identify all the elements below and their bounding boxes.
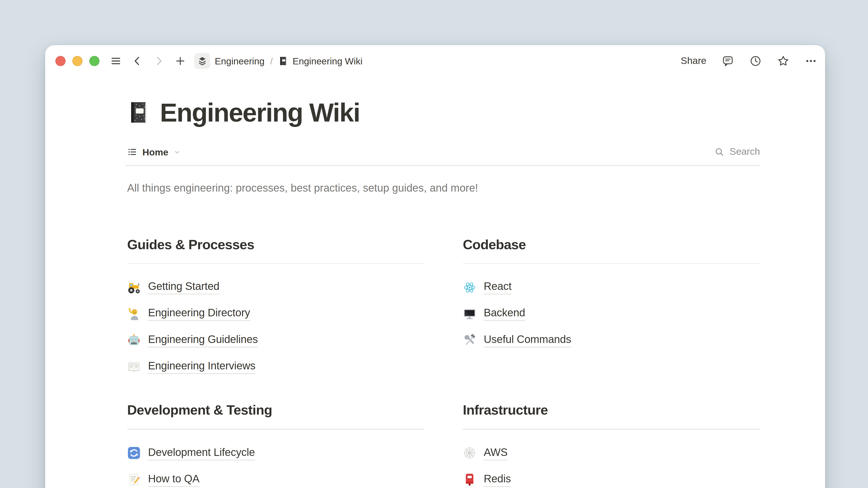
section-divider	[127, 263, 425, 264]
section-infrastructure: Infrastructure AWS Redis	[463, 400, 760, 488]
section-divider	[463, 263, 760, 264]
minimize-window-button[interactable]	[72, 56, 83, 66]
page-link-label: Useful Commands	[484, 333, 571, 348]
breadcrumb-teamspace[interactable]: Engineering	[215, 56, 265, 66]
person-raising-hand-icon	[127, 307, 141, 321]
page-title: Engineering Wiki	[160, 101, 360, 124]
breadcrumb-page: Engineering Wiki	[292, 56, 363, 66]
page-link-label: React	[484, 280, 512, 294]
list-view-icon	[127, 147, 137, 157]
page-link-engineering-directory[interactable]: Engineering Directory	[127, 300, 425, 327]
share-button[interactable]: Share	[681, 55, 706, 67]
page-link-label: Engineering Interviews	[148, 360, 255, 374]
section-divider	[127, 429, 425, 430]
section-title: Guides & Processes	[127, 235, 425, 254]
favorite-star-icon[interactable]	[777, 55, 789, 67]
desktop-computer-icon	[463, 307, 476, 321]
counterclockwise-arrows-icon	[127, 446, 141, 460]
window-controls	[55, 56, 99, 66]
breadcrumb-separator: /	[270, 56, 273, 66]
section-divider	[463, 429, 760, 430]
notebook-icon	[278, 55, 288, 67]
page-link-label: Engineering Directory	[148, 307, 250, 321]
page-description: All things engineering: processes, best …	[127, 181, 760, 195]
page-link-aws[interactable]: AWS	[463, 440, 760, 466]
page-link-redis[interactable]: Redis	[463, 466, 760, 488]
page-link-label: Engineering Guidelines	[148, 333, 258, 348]
sections-grid: Guides & Processes Getting Started Engin…	[127, 235, 760, 488]
page-link-development-lifecycle[interactable]: Development Lifecycle	[127, 440, 425, 466]
spider-web-icon	[463, 446, 476, 460]
page-link-how-to-qa[interactable]: How to QA	[127, 466, 425, 488]
sidebar-menu-icon[interactable]	[110, 55, 122, 67]
stacked-layers-icon[interactable]	[194, 53, 210, 69]
view-tab-home[interactable]: Home	[127, 147, 181, 158]
section-title: Codebase	[463, 235, 760, 254]
new-page-icon[interactable]	[174, 55, 186, 67]
page-link-engineering-guidelines[interactable]: Engineering Guidelines	[127, 327, 425, 354]
window-toolbar: Engineering / Engineering Wiki Share	[45, 45, 825, 77]
history-clock-icon[interactable]	[749, 55, 762, 67]
page-link-engineering-interviews[interactable]: Engineering Interviews	[127, 354, 425, 380]
zoom-window-button[interactable]	[89, 56, 99, 66]
hammer-and-wrench-icon	[463, 333, 476, 347]
search-icon	[714, 147, 724, 157]
page-link-label: Getting Started	[148, 280, 219, 294]
page-link-label: Redis	[484, 473, 511, 487]
tractor-icon	[127, 281, 141, 294]
page-icon-notebook[interactable]	[127, 101, 151, 124]
page-content: Engineering Wiki Home Search All things …	[127, 101, 760, 488]
section-development-and-testing: Development & Testing Development Lifecy…	[127, 400, 425, 488]
forward-icon[interactable]	[153, 55, 165, 67]
breadcrumb-page-link[interactable]: Engineering Wiki	[278, 55, 363, 67]
section-title: Infrastructure	[463, 400, 760, 420]
page-link-label: AWS	[484, 446, 508, 460]
open-book-icon	[127, 360, 141, 374]
close-window-button[interactable]	[55, 56, 66, 66]
section-title: Development & Testing	[127, 400, 425, 420]
chevron-down-icon	[174, 148, 181, 156]
breadcrumb: Engineering / Engineering Wiki	[194, 53, 363, 69]
header-divider	[125, 165, 760, 166]
search-label: Search	[730, 147, 760, 158]
page-link-useful-commands[interactable]: Useful Commands	[463, 327, 760, 354]
page-link-getting-started[interactable]: Getting Started	[127, 274, 425, 301]
page-link-label: Development Lifecycle	[148, 446, 255, 460]
page-link-react[interactable]: React	[463, 274, 760, 301]
page-link-label: Backend	[484, 307, 525, 321]
page-link-label: How to QA	[148, 473, 199, 487]
notion-window: Engineering / Engineering Wiki Share	[45, 45, 825, 488]
more-options-icon[interactable]	[805, 55, 817, 67]
react-logo-icon	[463, 281, 476, 294]
back-icon[interactable]	[131, 55, 144, 67]
search-button[interactable]: Search	[714, 147, 760, 158]
comments-icon[interactable]	[722, 55, 734, 67]
view-tab-label: Home	[143, 147, 168, 158]
section-codebase: Codebase React Backend	[463, 235, 760, 380]
memo-icon	[127, 473, 141, 486]
desktop-background: Engineering / Engineering Wiki Share	[0, 0, 868, 488]
postbox-icon	[463, 473, 476, 486]
section-guides-and-processes: Guides & Processes Getting Started Engin…	[127, 235, 425, 380]
robot-icon	[127, 333, 141, 347]
page-link-backend[interactable]: Backend	[463, 300, 760, 327]
